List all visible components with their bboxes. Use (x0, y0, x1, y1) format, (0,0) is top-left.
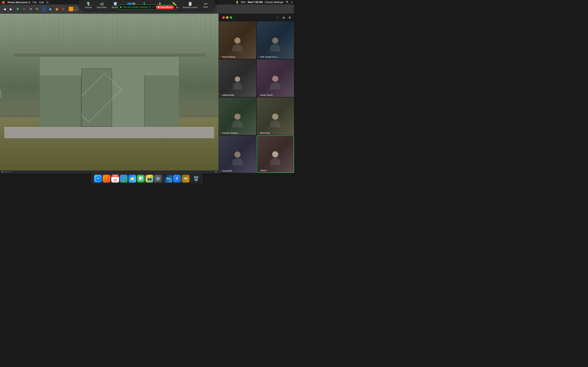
svg-point-3 (97, 178, 98, 179)
name-label-3: williamwhite (222, 94, 234, 96)
dock-photos[interactable]: 📸 (146, 175, 153, 183)
dock-numbers[interactable]: 📊 (137, 175, 145, 183)
name-label-4: Sarah Slover (260, 94, 273, 96)
menu-file[interactable]: File (33, 1, 37, 4)
minus-button[interactable]: — (21, 6, 27, 12)
shed-body (39, 54, 179, 127)
video-tile-williamwhite[interactable]: 🎙 williamwhite (219, 59, 256, 97)
dock-photoshop[interactable]: Ps (164, 175, 172, 183)
photo-display (0, 14, 218, 173)
view-tile-button[interactable]: ▦ (281, 15, 286, 20)
window-close-button[interactable] (222, 16, 225, 19)
menu-edit[interactable]: Edit (39, 1, 44, 4)
finder-icon (95, 176, 100, 181)
dock-trash[interactable]: 🗑️ (192, 175, 200, 183)
dock-launchpad[interactable]: ⋮⋮⋮ (103, 175, 111, 183)
head-3 (235, 76, 240, 82)
video-tile-garrett[interactable]: 🎙 Garrett W (219, 135, 256, 173)
mic-icon[interactable]: 🎙 (149, 6, 151, 8)
dock-calendar[interactable]: WED 20 (111, 175, 119, 183)
view-controls: ━ ▦ ⊞ (275, 15, 292, 20)
stop-video-button[interactable]: 📹 Stop Video (95, 1, 108, 9)
view-strip-button[interactable]: ━ (275, 15, 280, 20)
concrete-wall (4, 127, 214, 138)
dock-pm[interactable]: PM (182, 175, 190, 183)
dock-files[interactable]: 📁 (129, 175, 136, 183)
video-tile-allison[interactable]: 🎙 allison (257, 135, 294, 173)
name-label-2: FAR Center for C... (260, 56, 279, 58)
window-maximize-button[interactable] (230, 16, 232, 19)
orange-tag-button[interactable]: ◼ (54, 6, 60, 12)
dock-prefs[interactable]: ⚙️ (154, 175, 162, 183)
app-name[interactable]: Photo Mechanic 5 (8, 1, 30, 4)
body-7 (232, 158, 242, 165)
participant-name-6: 🎙 Brick Kyle (258, 132, 270, 134)
more-label: More (204, 6, 208, 8)
color-swatch-1[interactable] (69, 7, 73, 11)
add-tag-button[interactable]: ✚ (15, 6, 20, 12)
video-tile-brick[interactable]: 🎙 Brick Kyle (257, 98, 294, 135)
window-minimize-button[interactable] (226, 16, 228, 19)
unmute-label: Unmute (85, 6, 92, 8)
more-button[interactable]: ••• More (200, 2, 212, 9)
video-panel-top: ━ ▦ ⊞ (219, 14, 294, 21)
undo-button[interactable]: ↺ (28, 6, 34, 12)
roof-fascia (13, 54, 205, 57)
battery-percent: 10% (241, 1, 246, 4)
head-6 (272, 114, 278, 120)
video-tile-conner[interactable]: 🎙 Conner Gordon... (219, 98, 256, 135)
photoshop-icon: Ps (167, 177, 170, 180)
menu-in[interactable]: In (46, 1, 49, 4)
head-4 (272, 76, 278, 82)
mute-icon-5: 🎙 (219, 132, 222, 134)
scroll-dot-1 (2, 171, 3, 173)
scrollbar-dots (2, 171, 11, 173)
head-7 (234, 151, 241, 158)
delete-button[interactable]: 🗑 (61, 6, 66, 12)
menu-bar-right: 🔋 10% Wed 7:55 PM Chasity Mottinger 🔍 ≡ (236, 1, 292, 4)
shed-door (81, 68, 112, 127)
scroll-dot-2 (4, 171, 5, 173)
color-swatch-2[interactable] (74, 7, 79, 11)
info-button[interactable]: ℹ (41, 6, 47, 12)
dock-zoom[interactable]: Z (173, 175, 181, 183)
participant-name-4: 🎙 Sarah Slover (258, 94, 273, 96)
remote-control-icon: 🖱️ (188, 2, 192, 6)
person-silhouette-1 (232, 38, 242, 51)
dock-finder[interactable] (94, 175, 102, 183)
unmute-button[interactable]: 🎙️ Unmute (82, 1, 94, 9)
view-grid-button[interactable]: ⊞ (287, 15, 292, 20)
forward-button[interactable]: ▶ (8, 6, 14, 12)
dock-chrome[interactable]: 🌐 (120, 175, 128, 183)
scroll-thumb[interactable] (215, 171, 217, 173)
body-6 (270, 120, 280, 127)
stop-video-label: Stop Video (97, 6, 107, 8)
participant-name-5: 🎙 Conner Gordon... (219, 132, 240, 134)
photo-area[interactable] (0, 14, 218, 173)
search-icon[interactable]: 🔍 (286, 1, 289, 4)
window-controls (221, 15, 234, 20)
participant-name-7: 🎙 Garrett W (219, 170, 232, 172)
current-user: Chasity Mottinger (265, 1, 284, 4)
body-8 (270, 158, 280, 165)
apple-menu[interactable]: 🍎 (2, 1, 5, 4)
video-tile-raouf[interactable]: 🎙 Raouf Bishay (219, 21, 256, 59)
video-tile-sarah[interactable]: 🎙 Sarah Slover (257, 59, 294, 97)
participant-name-1: 🎙 Raouf Bishay (219, 56, 235, 58)
dock: ⋮⋮⋮ WED 20 🌐 📁 📊 📸 ⚙️ Ps Z PM 🗑️ (91, 173, 203, 184)
participant-name-8: 🎙 allison (258, 169, 267, 172)
files-icon: 📁 (130, 176, 135, 181)
control-center-icon[interactable]: ≡ (291, 1, 292, 4)
resize-handle[interactable] (0, 90, 1, 98)
participant-name-2: 🎙 FAR Center for C... (258, 56, 279, 58)
redo-button[interactable]: ↻ (34, 6, 40, 12)
mute-icon-1: 🎙 (219, 56, 222, 58)
body-3 (233, 82, 242, 90)
security-icon: 🛡️ (113, 2, 118, 6)
video-tile-far[interactable]: 🎙 FAR Center for C... (257, 21, 294, 59)
back-button[interactable]: ◀ (2, 6, 7, 12)
remote-control-button[interactable]: 🖱️ Remote Control (181, 1, 199, 9)
video-grid: 🎙 Raouf Bishay 🎙 FAR Center for C... (219, 21, 294, 173)
color-tag-button[interactable]: ◆ (47, 6, 53, 12)
stop-share-button[interactable]: Stop Share (156, 5, 174, 9)
